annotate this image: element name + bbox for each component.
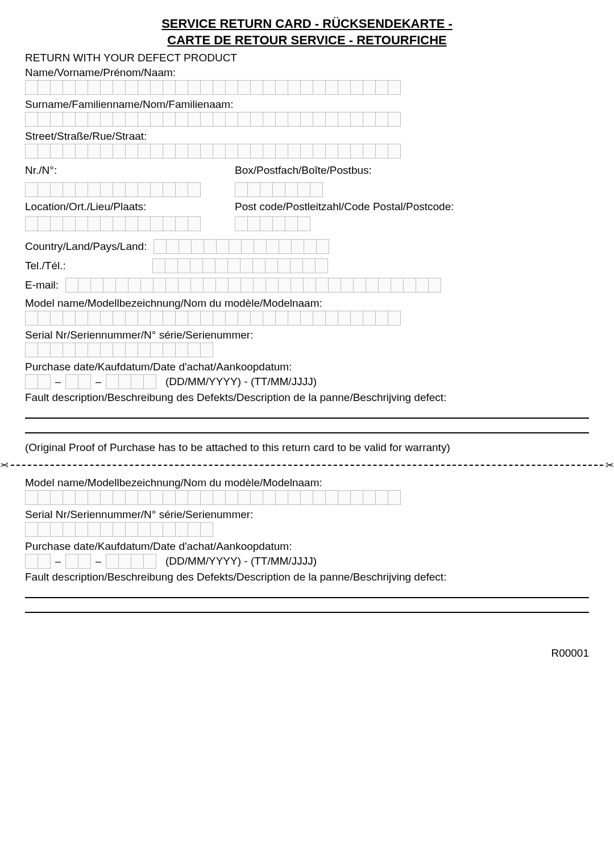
footer-code: R00001 xyxy=(25,647,589,660)
country-input[interactable] xyxy=(154,239,329,254)
dash-icon: – xyxy=(94,376,102,388)
tel-input[interactable] xyxy=(152,258,328,273)
model-input-2[interactable] xyxy=(25,490,589,505)
nr-label: Nr./N°: xyxy=(25,164,201,177)
serial-input[interactable] xyxy=(25,343,589,357)
location-label: Location/Ort./Lieu/Plaats: xyxy=(25,201,201,213)
fault-line[interactable] xyxy=(25,602,589,613)
name-label: Name/Vorname/Prénom/Naam: xyxy=(25,66,589,79)
model-input[interactable] xyxy=(25,311,589,326)
date-format-hint: (DD/MM/YYYY) - (TT/MM/JJJJ) xyxy=(165,375,317,388)
return-with-heading: RETURN WITH YOUR DEFECT PRODUCT xyxy=(25,52,589,64)
purchase-label: Purchase date/Kaufdatum/Date d'achat/Aan… xyxy=(25,361,589,373)
location-input[interactable] xyxy=(25,216,201,231)
surname-label: Surname/Familienname/Nom/Familienaam: xyxy=(25,98,589,111)
model-label-2: Model name/Modellbezeichnung/Nom du modè… xyxy=(25,477,589,489)
title-line-1: SERVICE RETURN CARD - RÜCKSENDEKARTE - xyxy=(25,16,589,32)
title-line-2: CARTE DE RETOUR SERVICE - RETOURFICHE xyxy=(25,32,589,49)
fault-label-2: Fault description/Beschreibung des Defek… xyxy=(25,571,589,583)
surname-input[interactable] xyxy=(25,112,589,127)
model-label: Model name/Modellbezeichnung/Nom du modè… xyxy=(25,297,589,310)
date-format-hint-2: (DD/MM/YYYY) - (TT/MM/JJJJ) xyxy=(165,555,317,567)
country-label: Country/Land/Pays/Land: xyxy=(25,240,147,253)
serial-input-2[interactable] xyxy=(25,522,589,537)
postcode-label: Post code/Postleitzahl/Code Postal/Postc… xyxy=(235,201,454,213)
proof-note: (Original Proof of Purchase has to be at… xyxy=(25,441,589,454)
email-label: E-mail: xyxy=(25,279,59,291)
purchase-date-input-2[interactable]: – – (DD/MM/YYYY) - (TT/MM/JJJJ) xyxy=(25,554,589,569)
nr-input[interactable] xyxy=(25,182,201,197)
dash-icon: – xyxy=(94,556,102,567)
dash-icon: – xyxy=(54,556,62,567)
serial-label: Serial Nr/Seriennummer/N° série/Serienum… xyxy=(25,329,589,341)
box-label: Box/Postfach/Boîte/Postbus: xyxy=(235,164,454,177)
fault-line[interactable] xyxy=(25,422,589,433)
purchase-label-2: Purchase date/Kaufdatum/Date d'achat/Aan… xyxy=(25,540,589,553)
cut-line: ✂ ✂ xyxy=(0,458,614,472)
name-input[interactable] xyxy=(25,80,589,95)
fault-line[interactable] xyxy=(25,407,589,419)
postcode-input[interactable] xyxy=(235,216,454,231)
fault-line[interactable] xyxy=(25,587,589,598)
scissors-icon: ✂ xyxy=(605,460,614,470)
scissors-icon: ✂ xyxy=(0,460,9,470)
box-input[interactable] xyxy=(235,182,454,197)
fault-label: Fault description/Beschreibung des Defek… xyxy=(25,391,589,404)
street-label: Street/Straße/Rue/Straat: xyxy=(25,130,589,143)
dash-icon: – xyxy=(54,376,62,388)
street-input[interactable] xyxy=(25,144,589,158)
purchase-date-input[interactable]: – – (DD/MM/YYYY) - (TT/MM/JJJJ) xyxy=(25,374,589,389)
tel-label: Tel./Tél.: xyxy=(25,260,146,272)
email-input[interactable] xyxy=(65,278,441,293)
serial-label-2: Serial Nr/Seriennummer/N° série/Serienum… xyxy=(25,508,589,521)
